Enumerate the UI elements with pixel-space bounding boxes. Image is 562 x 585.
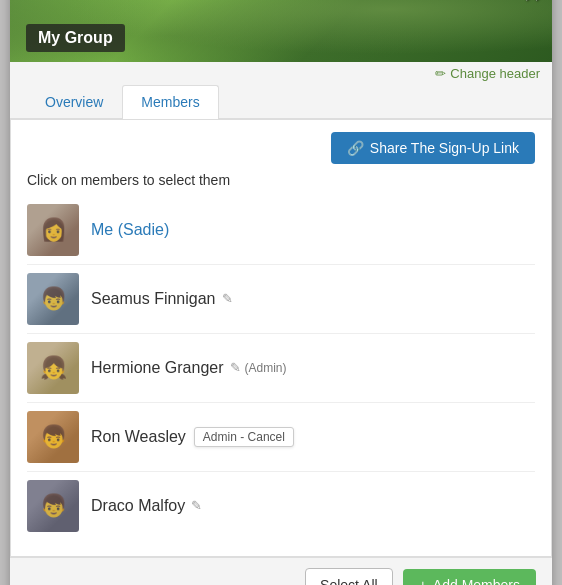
member-name: Me (Sadie) <box>91 221 169 239</box>
avatar: 👩 <box>27 204 79 256</box>
member-name: Ron Weasley <box>91 428 186 446</box>
avatar: 👧 <box>27 342 79 394</box>
group-title: My Group <box>26 24 125 52</box>
instruction-text: Click on members to select them <box>27 172 535 188</box>
list-item[interactable]: 👦 Seamus Finnigan ✎ <box>27 265 535 334</box>
close-icon[interactable]: ✕ <box>522 0 540 8</box>
pencil-icon: ✏ <box>435 66 446 81</box>
list-item[interactable]: 👧 Hermione Granger ✎ (Admin) <box>27 334 535 403</box>
member-name: Draco Malfoy <box>91 497 185 515</box>
change-header-link[interactable]: ✏ Change header <box>10 62 552 85</box>
group-header-image: My Group <box>10 0 552 62</box>
change-header-label: Change header <box>450 66 540 81</box>
edit-icon[interactable]: ✎ <box>191 498 202 513</box>
tab-members[interactable]: Members <box>122 85 218 119</box>
admin-cancel-badge[interactable]: Admin - Cancel <box>194 427 294 447</box>
avatar: 👦 <box>27 411 79 463</box>
avatar: 👦 <box>27 480 79 532</box>
member-list: 👩 Me (Sadie) 👦 Seamus Finnigan ✎ 👧 Hermi… <box>27 196 535 540</box>
edit-icon[interactable]: ✎ <box>222 291 233 306</box>
link-icon: 🔗 <box>347 140 364 156</box>
content-area: 🔗 Share The Sign-Up Link Click on member… <box>10 119 552 557</box>
list-item[interactable]: 👦 Draco Malfoy ✎ <box>27 472 535 540</box>
list-item[interactable]: 👩 Me (Sadie) <box>27 196 535 265</box>
admin-label: (Admin) <box>245 361 287 375</box>
bottom-bar: Select All + Add Members <box>10 557 552 586</box>
tab-overview[interactable]: Overview <box>26 85 122 118</box>
plus-icon: + <box>419 577 427 586</box>
tabs-bar: Overview Members <box>10 85 552 119</box>
member-name: Seamus Finnigan <box>91 290 216 308</box>
edit-icon[interactable]: ✎ <box>230 360 241 375</box>
modal-container: ✕ My Group ✏ Change header Overview Memb… <box>10 0 552 585</box>
add-members-button[interactable]: + Add Members <box>403 569 536 586</box>
list-item[interactable]: 👦 Ron Weasley Admin - Cancel <box>27 403 535 472</box>
add-members-label: Add Members <box>433 577 520 586</box>
toolbar: 🔗 Share The Sign-Up Link <box>27 132 535 164</box>
select-all-button[interactable]: Select All <box>305 568 393 586</box>
member-name: Hermione Granger <box>91 359 224 377</box>
share-btn-label: Share The Sign-Up Link <box>370 140 519 156</box>
avatar: 👦 <box>27 273 79 325</box>
share-signup-link-button[interactable]: 🔗 Share The Sign-Up Link <box>331 132 535 164</box>
